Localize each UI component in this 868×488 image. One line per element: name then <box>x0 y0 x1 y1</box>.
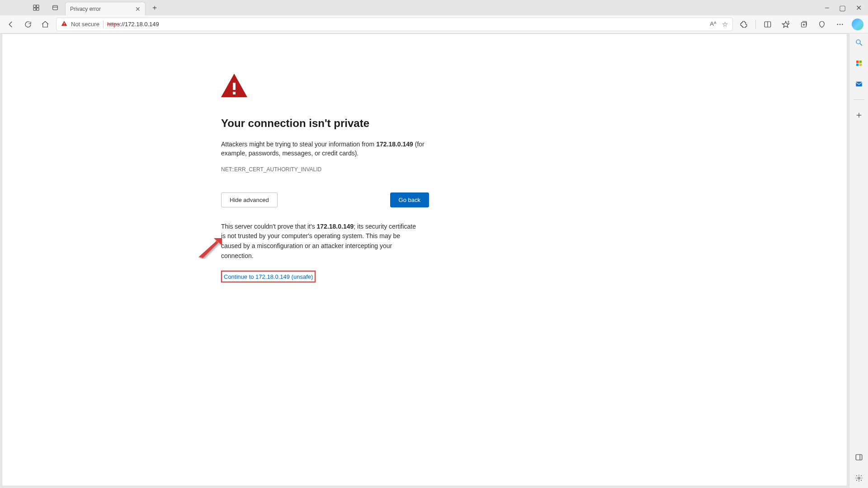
svg-point-31 <box>858 477 860 479</box>
svg-rect-2 <box>33 8 36 10</box>
url-text: https://172.18.0.149 <box>107 21 159 28</box>
error-desc-ip: 172.18.0.149 <box>376 141 413 148</box>
rail-separator <box>854 99 864 100</box>
svg-rect-6 <box>64 23 64 24</box>
back-button[interactable] <box>5 18 17 31</box>
rail-add-icon[interactable] <box>853 109 865 122</box>
svg-rect-4 <box>53 5 58 9</box>
button-row: Hide advanced Go back <box>221 192 429 207</box>
svg-rect-19 <box>233 83 236 90</box>
error-description: Attackers might be trying to steal your … <box>221 140 429 158</box>
rail-office-icon[interactable] <box>853 57 865 70</box>
svg-rect-3 <box>37 8 39 10</box>
workspace: Your connection isn't private Attackers … <box>0 33 868 488</box>
titlebar: Privacy error ✕ ＋ – ▢ ✕ <box>0 0 868 15</box>
svg-rect-26 <box>856 82 862 87</box>
warning-triangle-icon <box>221 74 429 99</box>
security-warning-icon[interactable] <box>61 20 67 28</box>
tab-title: Privacy error <box>70 6 101 12</box>
toolbar-separator <box>755 20 756 29</box>
toolbar: Not secure https://172.18.0.149 Aᴬ ☆ <box>0 15 868 33</box>
toolbar-right <box>737 18 863 31</box>
error-heading: Your connection isn't private <box>221 117 429 130</box>
rail-settings-icon[interactable] <box>853 472 865 484</box>
url-rest: ://172.18.0.149 <box>120 21 159 28</box>
url-scheme: https <box>107 21 120 28</box>
svg-rect-20 <box>233 92 236 94</box>
address-right-icons: Aᴬ ☆ <box>710 20 728 28</box>
address-bar[interactable]: Not secure https://172.18.0.149 Aᴬ ☆ <box>56 18 733 31</box>
window-controls: – ▢ ✕ <box>825 4 864 12</box>
hide-advanced-button[interactable]: Hide advanced <box>221 192 278 207</box>
svg-rect-0 <box>33 5 36 7</box>
svg-marker-21 <box>198 241 218 258</box>
browser-essentials-icon[interactable] <box>816 18 828 31</box>
address-separator <box>103 21 104 28</box>
annotation-arrow-icon <box>197 236 222 261</box>
favorite-icon[interactable]: ☆ <box>722 20 728 28</box>
window-minimize-button[interactable]: – <box>825 4 829 12</box>
proceed-unsafe-link[interactable]: Continue to 172.18.0.149 (unsafe) <box>224 273 313 280</box>
tab-close-icon[interactable]: ✕ <box>135 5 141 13</box>
home-button[interactable] <box>39 18 52 31</box>
go-back-button[interactable]: Go back <box>390 192 429 207</box>
svg-rect-29 <box>856 455 862 460</box>
page-content: Your connection isn't private Attackers … <box>2 33 847 486</box>
browser-tab[interactable]: Privacy error ✕ <box>65 2 146 15</box>
titlebar-left-icons <box>4 1 65 14</box>
adv-ip: 172.18.0.149 <box>317 223 354 230</box>
svg-point-16 <box>837 23 838 24</box>
error-desc-pre: Attackers might be trying to steal your … <box>221 141 376 148</box>
copilot-icon[interactable] <box>852 19 863 30</box>
read-aloud-icon[interactable]: Aᴬ <box>710 20 717 28</box>
split-screen-icon[interactable] <box>761 18 774 31</box>
sidebar-rail <box>849 33 868 488</box>
rail-search-icon[interactable] <box>853 36 865 49</box>
window-maximize-button[interactable]: ▢ <box>839 4 846 12</box>
window-close-button[interactable]: ✕ <box>856 4 862 12</box>
rail-outlook-icon[interactable] <box>853 78 865 90</box>
proceed-link-highlight: Continue to 172.18.0.149 (unsafe) <box>221 271 316 282</box>
collections-icon[interactable] <box>797 18 810 31</box>
svg-line-25 <box>860 43 862 46</box>
favorites-icon[interactable] <box>779 18 792 31</box>
svg-rect-1 <box>37 5 39 7</box>
svg-point-24 <box>856 40 860 44</box>
error-code: NET::ERR_CERT_AUTHORITY_INVALID <box>221 166 429 173</box>
rail-toggle-pane-icon[interactable] <box>853 451 865 464</box>
privacy-error-panel: Your connection isn't private Attackers … <box>221 74 429 282</box>
svg-point-17 <box>840 23 840 24</box>
settings-menu-icon[interactable] <box>834 18 846 31</box>
adv-pre: This server couldn't prove that it's <box>221 223 317 230</box>
new-tab-button[interactable]: ＋ <box>148 1 161 14</box>
advanced-description: This server couldn't prove that it's 172… <box>221 222 420 261</box>
svg-point-18 <box>842 23 843 24</box>
extensions-icon[interactable] <box>737 18 750 31</box>
refresh-button[interactable] <box>22 18 34 31</box>
tab-actions-icon[interactable] <box>49 1 61 14</box>
not-secure-label[interactable]: Not secure <box>71 21 99 28</box>
workspace-icon[interactable] <box>30 1 42 14</box>
svg-rect-7 <box>64 25 64 25</box>
